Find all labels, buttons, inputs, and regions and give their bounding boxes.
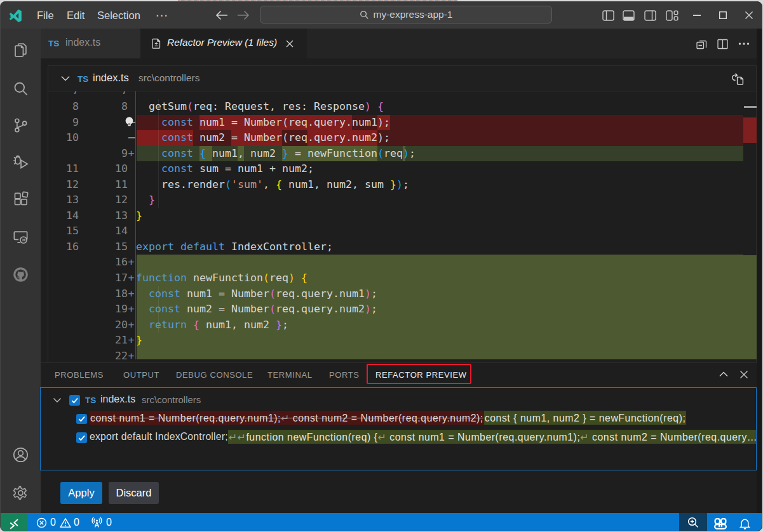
panel-tab-ports[interactable]: PORTS <box>329 363 360 387</box>
ports-radio-tower-icon[interactable] <box>91 517 103 528</box>
nav-back-icon[interactable] <box>215 10 229 21</box>
diff-code-editor[interactable]: 7788getSum(req: Request, res: Response){… <box>41 91 762 359</box>
annotation-highlight-box <box>367 364 471 384</box>
toggle-secondary-sidebar-icon[interactable] <box>644 10 656 21</box>
code-line[interactable]: 1514 <box>41 223 762 239</box>
code-line[interactable]: 22+ <box>41 349 762 359</box>
go-to-file-icon[interactable] <box>731 72 745 86</box>
panel-collapse-icon[interactable] <box>719 370 729 378</box>
code-line[interactable]: 9constnum1 = Number(req.query.num1); <box>41 115 762 131</box>
code-token: ( <box>269 302 276 317</box>
explorer-icon[interactable] <box>12 43 29 60</box>
chevron-down-icon[interactable] <box>53 397 62 404</box>
tab-refactor-preview[interactable]: Refactor Preview (1 files) <box>140 29 307 58</box>
lightbulb-icon[interactable] <box>124 116 135 128</box>
zoom-indicator[interactable] <box>679 513 707 531</box>
modified-line-number: 12 <box>41 192 128 208</box>
accounts-icon[interactable] <box>12 446 29 463</box>
run-debug-icon[interactable] <box>12 154 29 171</box>
window-maximize-button[interactable] <box>710 2 736 29</box>
chevron-down-icon[interactable] <box>60 74 71 83</box>
list-item-change-1[interactable]: const num1 = Number(req.query.num1);↵ co… <box>41 410 756 429</box>
code-line[interactable]: 1110constsum = num1 + num2; <box>41 161 762 177</box>
change-1-checkbox[interactable] <box>76 414 87 425</box>
code-line[interactable]: 10constnum2 = Number(req.query.num2); <box>41 130 762 146</box>
code-line[interactable]: 1211res.render('sum',{num1, num2, sum}); <box>41 177 762 193</box>
discard-button[interactable]: Discard <box>109 482 159 505</box>
code-line[interactable]: 18+constnum1 = Number(req.query.num1); <box>41 286 762 302</box>
list-item-change-2[interactable]: export default IndexController;↵↵functio… <box>41 429 756 448</box>
warnings-icon[interactable] <box>60 517 71 528</box>
diff-file-header[interactable]: TS index.ts src\controllers <box>48 65 757 91</box>
notifications-bell-icon[interactable] <box>739 519 750 531</box>
code-token: ( <box>263 270 269 286</box>
change-2-checkbox[interactable] <box>76 432 87 443</box>
panel-tab-output[interactable]: OUTPUT <box>123 363 159 387</box>
editor-more-actions-icon[interactable] <box>738 42 750 46</box>
tab-index-ts[interactable]: TS index.ts <box>41 29 140 58</box>
code-token: num1, num2 <box>212 146 276 162</box>
code-token: const <box>149 286 180 302</box>
errors-count[interactable]: 0 <box>50 513 56 531</box>
code-line[interactable]: 21+} <box>41 333 762 349</box>
settings-gear-icon[interactable] <box>12 484 29 502</box>
code-line[interactable]: 19+constnum2 = Number(req.query.num2); <box>41 302 762 317</box>
remote-icon <box>10 519 18 529</box>
code-line[interactable]: 17+functionnewFunction(req){ <box>41 270 762 286</box>
code-token: ; <box>371 286 377 302</box>
menu-selection[interactable]: Selection <box>97 2 140 29</box>
remote-indicator[interactable] <box>1 513 27 531</box>
copilot-icon[interactable] <box>714 518 727 529</box>
menu-file[interactable]: File <box>37 2 54 29</box>
github-icon[interactable] <box>12 266 29 283</box>
window-close-button[interactable] <box>736 2 762 29</box>
overview-ruler-added <box>743 255 757 360</box>
code-token: } <box>276 317 282 333</box>
file-checkbox[interactable] <box>69 395 80 406</box>
editor-right-rail <box>757 29 762 513</box>
search-sidebar-icon[interactable] <box>12 80 29 97</box>
menu-edit[interactable]: Edit <box>67 2 84 29</box>
menu-more[interactable]: … <box>155 2 168 29</box>
toggle-sidebar-icon[interactable] <box>602 10 614 21</box>
nav-forward-icon[interactable] <box>236 10 250 21</box>
code-token: sum = num1 + num2; <box>199 161 314 177</box>
code-line[interactable]: 16+ <box>41 255 762 270</box>
code-line[interactable]: 1615exportdefaultIndexController; <box>41 239 762 255</box>
window-minimize-button[interactable] <box>684 2 710 29</box>
code-token: req <box>384 146 403 162</box>
search-icon <box>360 10 369 20</box>
warnings-count[interactable]: 0 <box>74 513 79 531</box>
code-line[interactable]: 77 <box>41 91 762 99</box>
overview-ruler-deleted <box>743 117 757 143</box>
added-line-indicator: + <box>128 270 135 286</box>
panel-tab-debug-console[interactable]: DEBUG CONSOLE <box>176 363 253 387</box>
code-line[interactable]: 1413} <box>41 208 762 224</box>
code-line[interactable]: 1312} <box>41 192 762 208</box>
code-token: ( <box>377 146 384 162</box>
collapse-all-icon[interactable] <box>696 39 707 50</box>
diff-line-background <box>137 349 743 359</box>
panel-close-icon[interactable] <box>739 370 748 379</box>
added-line-indicator: + <box>128 302 135 317</box>
source-control-icon[interactable] <box>12 117 29 134</box>
command-center-search[interactable]: my-express-app-1 <box>260 6 552 23</box>
code-line[interactable]: 88getSum(req: Request, res: Response){ <box>41 99 762 115</box>
code-line[interactable]: 20+return{num1, num2}; <box>41 317 762 333</box>
ports-count[interactable]: 0 <box>106 513 112 531</box>
extensions-icon[interactable] <box>12 191 29 208</box>
activity-bar <box>1 29 41 513</box>
remote-explorer-icon[interactable] <box>12 229 29 246</box>
tab-close-icon[interactable] <box>285 39 294 48</box>
panel-tab-terminal[interactable]: TERMINAL <box>267 363 313 387</box>
split-editor-icon[interactable] <box>717 39 728 50</box>
apply-button[interactable]: Apply <box>60 482 102 505</box>
refactor-preview-list: TS index.ts src\controllers const num1 =… <box>40 387 757 470</box>
toggle-panel-icon[interactable] <box>623 10 635 21</box>
panel-tab-problems[interactable]: PROBLEMS <box>55 363 104 387</box>
code-line[interactable]: 9+const{num1, num2}= newFunction(req); <box>41 146 762 162</box>
tab-index-ts-label: index.ts <box>65 37 100 48</box>
errors-icon[interactable] <box>36 517 47 528</box>
list-item-file[interactable]: TS index.ts src\controllers <box>41 391 756 410</box>
customize-layout-icon[interactable] <box>666 10 679 21</box>
